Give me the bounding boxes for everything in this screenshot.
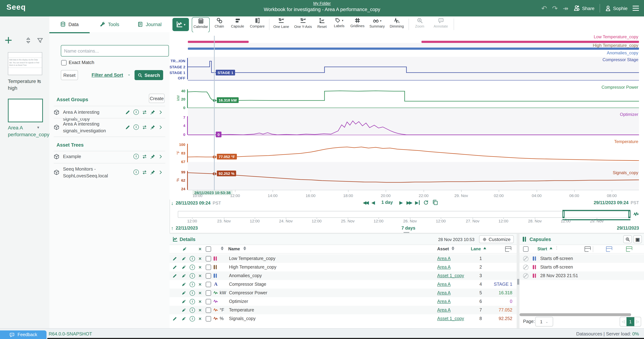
duplicate-range-icon[interactable] [432, 200, 438, 205]
details-row[interactable]: i × % Signals_copy Asset 1_copy 8 92.252 [170, 314, 517, 323]
toolbar-labels-button[interactable]: ▾ Labels [331, 17, 347, 32]
range-duration[interactable]: 1 day [382, 200, 393, 205]
add-stat-column-blue-icon[interactable] [606, 246, 612, 252]
reorder-worksheets-icon[interactable] [25, 37, 32, 44]
trend-rocket-icon[interactable] [182, 308, 186, 312]
toolbar-annotate-button-disabled[interactable]: Annotate [431, 17, 451, 32]
item-name[interactable]: Compressor Stage [229, 280, 266, 289]
trend-rocket-icon[interactable] [182, 291, 186, 295]
user-menu[interactable]: Sophie [605, 5, 628, 11]
pin-icon[interactable] [150, 154, 155, 159]
lane-label[interactable]: Anomalies_copy [607, 50, 638, 55]
capsules-zoom-button[interactable] [623, 235, 632, 243]
worksheet-1-menu-chevron-icon[interactable]: ▾ [37, 79, 39, 83]
asset-link[interactable]: Asset 1_copy [437, 271, 464, 280]
capsule-bar-low-temperature[interactable] [188, 41, 249, 43]
undo-icon[interactable]: ↶ [541, 5, 547, 12]
edit-pencil-icon[interactable] [172, 273, 177, 278]
remove-icon[interactable]: × [198, 271, 202, 280]
lane-label[interactable]: Signals_copy [613, 170, 638, 175]
asset-group-name[interactable]: Area A interesting signals_investigation [63, 121, 124, 134]
worksheet-thumbnail-1[interactable]: Add data to this display via the Data ta… [8, 52, 42, 75]
column-options-dots-icon[interactable]: ⋮ [554, 245, 559, 250]
asset-link[interactable]: Area A [437, 280, 450, 289]
redo-icon[interactable]: ↷ [552, 5, 558, 12]
share-button[interactable]: Share [574, 5, 594, 11]
trend-rocket-icon[interactable] [182, 256, 186, 261]
swap-icon[interactable] [142, 110, 147, 115]
edit-pencil-icon[interactable] [125, 125, 130, 130]
item-name[interactable]: Optimizer [229, 297, 248, 306]
edit-pencil-icon[interactable] [172, 316, 177, 321]
details-row[interactable]: i × Anomalies_copy Asset 1_copy 3 [170, 271, 517, 280]
chevron-right-icon[interactable] [158, 170, 163, 174]
add-stat-column-green-icon[interactable] [626, 246, 632, 252]
trend-rocket-icon[interactable] [182, 282, 186, 287]
customize-button[interactable]: Customize [479, 235, 514, 243]
add-stat-column-icon[interactable] [584, 246, 591, 252]
capsule-bar-anomalies[interactable] [188, 47, 639, 50]
info-icon[interactable]: i [190, 265, 195, 270]
trend-rocket-icon[interactable] [182, 265, 186, 270]
capsules-collapse-button[interactable]: ▣ [633, 235, 642, 243]
step-back-fast-icon[interactable]: ◀◀ [363, 200, 368, 205]
info-icon[interactable]: i [190, 299, 195, 304]
edit-pencil-icon[interactable] [125, 110, 130, 115]
investigate-duration[interactable]: 7 days [402, 226, 416, 231]
pin-icon[interactable] [150, 170, 155, 175]
item-name[interactable]: Anomalies_copy [229, 271, 262, 280]
reset-button[interactable]: Reset [61, 70, 78, 80]
info-icon[interactable]: i [190, 316, 195, 321]
info-icon[interactable]: i [134, 124, 139, 130]
asset-link[interactable]: Area A [437, 254, 450, 263]
lane-label[interactable]: Low Temperature_copy [594, 34, 638, 39]
remove-icon[interactable]: × [198, 314, 202, 323]
lane-label[interactable]: Compressor Power [602, 85, 638, 90]
sort-icon[interactable] [243, 246, 246, 250]
row-checkbox[interactable] [206, 316, 211, 321]
details-row[interactable]: i × Optimizer Area A 6 0 [170, 297, 517, 306]
create-asset-group-button[interactable]: Create [149, 94, 164, 103]
investigate-end-value[interactable]: 29/11/2023 [617, 226, 639, 231]
row-checkbox[interactable] [206, 273, 211, 278]
item-name[interactable]: Compressor Power [229, 289, 267, 297]
trend-all-icon[interactable] [182, 247, 187, 251]
remove-icon[interactable]: × [198, 297, 202, 306]
step-back-icon[interactable]: ◀ [371, 200, 375, 205]
filter-worksheets-icon[interactable] [37, 37, 43, 44]
row-checkbox[interactable] [206, 307, 211, 313]
range-end-value[interactable]: 29/11/2023 09:24 [594, 200, 628, 205]
lane-label[interactable]: Optimizer [620, 112, 638, 117]
toolbar-summary-button[interactable]: ▾ Summary [368, 17, 386, 32]
toolbar-dimming-button[interactable]: Dimming [388, 17, 406, 32]
filter-and-sort-link[interactable]: Filter and Sort [92, 72, 123, 78]
details-row[interactable]: i × Low Temperature_copy Area A 1 [170, 254, 517, 263]
overview-signal-icon[interactable] [633, 211, 639, 217]
remove-icon[interactable]: × [198, 306, 202, 314]
info-icon[interactable]: i [190, 307, 195, 313]
asset-link[interactable]: Asset 1_copy [437, 314, 464, 323]
pin-icon[interactable] [150, 125, 155, 130]
info-icon[interactable]: i [190, 282, 195, 287]
column-asset[interactable]: Asset [437, 246, 449, 251]
page-current[interactable]: 1 [626, 317, 634, 326]
toolbar-one-lane-button[interactable]: One Lane [272, 17, 290, 32]
remove-icon[interactable]: × [198, 263, 202, 271]
asset-link[interactable]: Area A [437, 297, 450, 306]
pin-icon[interactable] [150, 110, 155, 115]
bottom-scroll-edge[interactable] [47, 338, 644, 339]
item-name[interactable]: Low Temperature_copy [229, 254, 275, 263]
toolbar-chain-button[interactable]: Chain [212, 17, 227, 32]
column-start-sorted[interactable]: Start [538, 246, 547, 251]
sort-icon[interactable] [221, 246, 224, 250]
row-checkbox[interactable] [206, 299, 211, 304]
search-button[interactable]: Search [134, 70, 163, 80]
remove-all-icon[interactable]: × [198, 246, 202, 251]
selection-left-handle[interactable] [562, 210, 564, 218]
asset-tree-name[interactable]: Seeq Monitors - SophLovesSeeq.local [63, 166, 127, 179]
info-icon[interactable]: i [190, 290, 195, 296]
worksheet-thumbnail-2-active[interactable] [8, 99, 43, 122]
selection-right-handle[interactable] [628, 210, 630, 218]
info-icon[interactable]: i [134, 169, 139, 175]
breadcrumb-folder-link[interactable]: My Folder [313, 1, 331, 5]
